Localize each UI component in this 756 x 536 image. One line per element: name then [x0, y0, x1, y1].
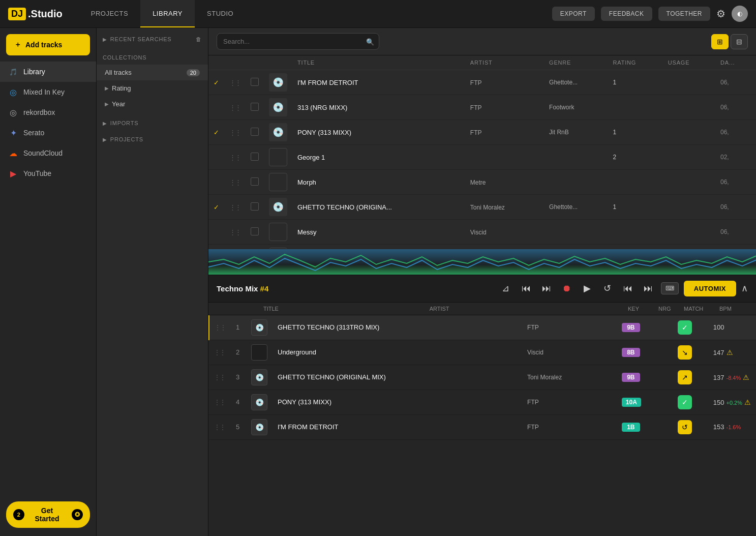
mix-row-artist: Toni Moralez	[522, 365, 617, 390]
projects-header[interactable]: ▶ PROJECTS	[97, 132, 208, 146]
table-row[interactable]: ✓ ⋮⋮ 💿 I'M FROM DETROIT FTP Ghettote... …	[208, 70, 756, 95]
col-artist: ARTIST	[465, 55, 544, 70]
year-left: ▶ Year	[105, 100, 125, 108]
sidebar-item-soundcloud[interactable]: ☁ SoundCloud	[0, 143, 96, 163]
export-button[interactable]: EXPORT	[552, 7, 595, 21]
row-title: 313 (NRG MIXX)	[292, 95, 465, 120]
search-input[interactable]	[217, 33, 379, 50]
mix-row-match: ↗	[673, 365, 708, 390]
row-checkbox[interactable]	[246, 220, 264, 245]
row-usage	[663, 245, 715, 249]
sidebar-item-serato[interactable]: ✦ Serato	[0, 123, 96, 143]
row-title: Messy	[292, 220, 465, 245]
waveform-area[interactable]	[208, 249, 756, 275]
record-button[interactable]: ⏺	[559, 281, 574, 296]
row-check: ✓	[208, 120, 224, 145]
logo-icon: DJ	[8, 8, 26, 20]
sidebar-item-youtube[interactable]: ▶ YouTube	[0, 163, 96, 184]
row-title: George 1	[292, 145, 465, 170]
automix-button[interactable]: AUTOMIX	[684, 281, 736, 296]
next-track-button[interactable]: ⏭	[641, 281, 656, 296]
table-row[interactable]: ✓ ⋮⋮ Underground Viscid 1 06	[208, 245, 756, 249]
row-check	[208, 170, 224, 195]
collection-year[interactable]: ▶ Year	[97, 96, 208, 112]
sidebar-item-label-youtube: YouTube	[23, 169, 51, 177]
mix-list-item[interactable]: ⋮⋮ 3 💿 GHETTO TECHNO (ORIGINAL MIX) Toni…	[209, 365, 756, 390]
table-row[interactable]: ✓ ⋮⋮ 💿 GHETTO TECHNO (ORIGINA... Toni Mo…	[208, 195, 756, 220]
tab-studio[interactable]: STUDIO	[195, 0, 246, 27]
row-date: 06,	[715, 70, 756, 95]
mix-row-match: ✓	[673, 390, 708, 414]
row-art: 💿	[264, 70, 292, 95]
sidebar-item-library[interactable]: 🎵 Library	[0, 62, 96, 82]
gear-icon[interactable]: ⚙	[716, 8, 725, 20]
row-check: ✓	[208, 245, 224, 249]
mix-row-art: 💿	[246, 390, 273, 414]
row-checkbox[interactable]	[246, 170, 264, 195]
sidebar-item-rekordbox[interactable]: ◎ rekordbox	[0, 102, 96, 123]
row-title: I'M FROM DETROIT	[292, 70, 465, 95]
table-row[interactable]: ✓ ⋮⋮ 💿 PONY (313 MIXX) FTP Jit RnB 1 06,	[208, 120, 756, 145]
rewind-button[interactable]: ⏮	[519, 281, 534, 296]
mix-list-item[interactable]: ⋮⋮ 4 💿 PONY (313 MIXX) FTP 10A ✓ 150+0.2…	[209, 390, 756, 414]
metronome-button[interactable]: ⊿	[498, 281, 513, 296]
row-rating: 1	[608, 195, 663, 220]
row-checkbox[interactable]	[246, 70, 264, 95]
collection-rating[interactable]: ▶ Rating	[97, 80, 208, 96]
row-checkbox[interactable]	[246, 145, 264, 170]
row-art: 💿	[264, 120, 292, 145]
row-usage	[663, 120, 715, 145]
row-checkbox[interactable]	[246, 245, 264, 249]
collapse-button[interactable]: ∧	[741, 283, 748, 294]
row-title: GHETTO TECHNO (ORIGINA...	[292, 195, 465, 220]
mix-col-nrg: NRG	[654, 303, 680, 315]
row-checkbox[interactable]	[246, 195, 264, 220]
row-drag: ⋮⋮	[224, 120, 246, 145]
together-button[interactable]: TOGETHER	[658, 7, 710, 21]
rating-left: ▶ Rating	[105, 84, 131, 92]
mix-row-drag: ⋮⋮	[209, 414, 231, 439]
mix-row-bpm: 153-1.6%	[708, 414, 756, 439]
mix-list-item[interactable]: ⋮⋮ 2 Underground Viscid 8B ↘ 147⚠	[209, 340, 756, 365]
row-rating	[608, 95, 663, 120]
prev-track-button[interactable]: ⏮	[620, 281, 636, 296]
rating-label: Rating	[112, 84, 131, 92]
mix-list-item[interactable]: ⋮⋮ 5 💿 I'M FROM DETROIT FTP 1B ↺ 153-1.6…	[209, 414, 756, 439]
projects-chevron: ▶	[103, 137, 107, 142]
sidebar-item-mixed-in-key[interactable]: ◎ Mixed In Key	[0, 82, 96, 102]
avatar[interactable]: ◐	[732, 6, 748, 22]
mix-row-nrg	[647, 315, 673, 340]
tab-library[interactable]: LIBRARY	[140, 0, 195, 27]
table-row[interactable]: ⋮⋮ 💿 313 (NRG MIXX) FTP Footwork 06,	[208, 95, 756, 120]
row-checkbox[interactable]	[246, 120, 264, 145]
mix-row-key: 10A	[617, 390, 647, 414]
mix-row-drag: ⋮⋮	[209, 315, 231, 340]
grid-view-button[interactable]: ⊞	[711, 34, 729, 49]
mix-row-match: ↘	[673, 340, 708, 365]
play-button[interactable]: ▶	[580, 281, 595, 296]
row-check: ✓	[208, 195, 224, 220]
keyboard-button[interactable]: ⌨	[661, 282, 679, 294]
feedback-button[interactable]: FEEDBACK	[601, 7, 652, 21]
row-art	[264, 220, 292, 245]
fast-forward-button[interactable]: ⏭	[539, 281, 554, 296]
mix-row-bpm: 150+0.2%⚠	[708, 390, 756, 414]
collection-all-tracks[interactable]: All tracks 20	[97, 65, 208, 80]
table-row[interactable]: ⋮⋮ Messy Viscid 06,	[208, 220, 756, 245]
soundcloud-icon: ☁	[8, 148, 18, 158]
delete-icon[interactable]: 🗑	[196, 36, 202, 42]
list-view-button[interactable]: ⊟	[731, 34, 748, 49]
row-checkbox[interactable]	[246, 95, 264, 120]
table-row[interactable]: ⋮⋮ Morph Metre 06,	[208, 170, 756, 195]
tab-projects[interactable]: PROJECTS	[79, 0, 140, 27]
get-started-button[interactable]: 2 Get Started ✪	[6, 501, 90, 528]
track-table-wrap[interactable]: TITLE ARTIST GENRE RATING USAGE DA... ✓ …	[208, 55, 756, 249]
loop-button[interactable]: ↺	[600, 281, 615, 296]
row-check	[208, 220, 224, 245]
add-tracks-button[interactable]: ＋ Add tracks	[6, 34, 90, 55]
mix-row-artist: FTP	[522, 315, 617, 340]
mix-list-item[interactable]: ⋮⋮ 1 💿 GHETTO TECHNO (313TRO MIX) FTP 9B…	[209, 315, 756, 340]
table-row[interactable]: ⋮⋮ George 1 2 02,	[208, 145, 756, 170]
imports-header[interactable]: ▶ IMPORTS	[97, 116, 208, 130]
get-started-icon: ✪	[72, 509, 83, 520]
